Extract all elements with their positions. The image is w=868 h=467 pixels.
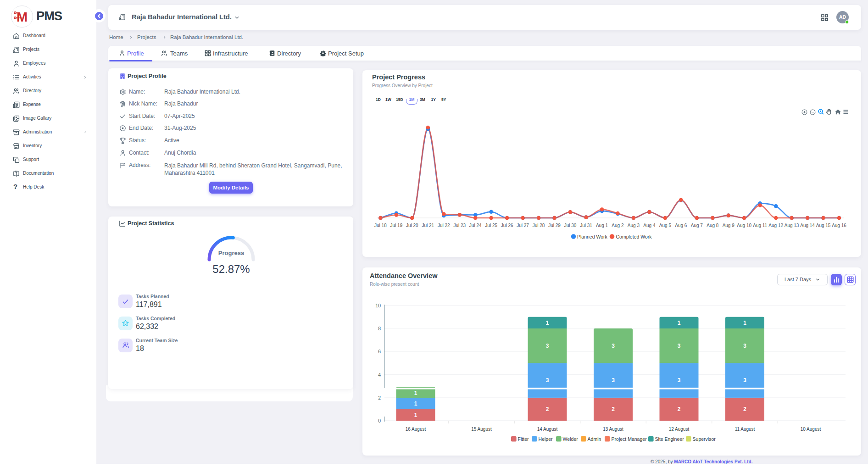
- svg-text:8: 8: [378, 326, 381, 331]
- svg-text:Jul 22: Jul 22: [438, 223, 450, 228]
- svg-text:Aug 16: Aug 16: [832, 223, 846, 228]
- svg-text:Aug 12: Aug 12: [768, 223, 783, 228]
- svg-text:2: 2: [743, 406, 746, 412]
- svg-text:1: 1: [678, 320, 681, 326]
- svg-text:3: 3: [546, 343, 549, 349]
- svg-text:13 August: 13 August: [603, 427, 623, 432]
- svg-text:1: 1: [414, 412, 417, 418]
- svg-text:Jul 18: Jul 18: [374, 223, 387, 228]
- svg-text:Aug 9: Aug 9: [723, 223, 735, 228]
- svg-text:3: 3: [612, 377, 615, 384]
- svg-text:2: 2: [546, 406, 549, 412]
- svg-text:3: 3: [678, 377, 681, 384]
- svg-text:Aug 13: Aug 13: [785, 223, 799, 228]
- svg-text:Aug 4: Aug 4: [643, 223, 656, 228]
- svg-text:Aug 11: Aug 11: [753, 223, 767, 228]
- svg-text:Jul 19: Jul 19: [390, 223, 403, 228]
- svg-text:Aug 14: Aug 14: [800, 223, 815, 228]
- svg-text:2: 2: [612, 406, 615, 412]
- svg-text:Aug 7: Aug 7: [691, 223, 703, 228]
- svg-text:Jul 28: Jul 28: [533, 223, 545, 228]
- svg-text:Aug 10: Aug 10: [737, 223, 751, 228]
- svg-text:Jul 27: Jul 27: [517, 223, 529, 228]
- svg-text:1: 1: [414, 390, 417, 396]
- svg-text:11 August: 11 August: [735, 427, 755, 432]
- svg-text:3: 3: [612, 343, 615, 349]
- svg-text:2: 2: [378, 395, 381, 400]
- svg-text:Jul 21: Jul 21: [422, 223, 434, 228]
- svg-text:Jul 30: Jul 30: [564, 223, 577, 228]
- svg-text:Aug 2: Aug 2: [612, 223, 624, 228]
- svg-text:16 August: 16 August: [406, 427, 426, 432]
- svg-text:14 August: 14 August: [537, 427, 558, 432]
- svg-text:10 August: 10 August: [801, 427, 821, 432]
- svg-text:3: 3: [743, 377, 746, 384]
- svg-text:0: 0: [378, 418, 381, 423]
- svg-text:Jul 25: Jul 25: [485, 223, 497, 228]
- svg-text:3: 3: [678, 343, 681, 349]
- svg-text:3: 3: [546, 377, 549, 384]
- svg-text:Project Manager: Project Manager: [612, 436, 647, 442]
- svg-text:Jul 24: Jul 24: [469, 223, 482, 228]
- svg-text:Admin: Admin: [588, 436, 601, 442]
- svg-text:15 August: 15 August: [471, 427, 492, 432]
- svg-text:Aug 6: Aug 6: [675, 223, 687, 228]
- svg-text:Aug 1: Aug 1: [596, 223, 608, 228]
- svg-text:6: 6: [378, 349, 381, 354]
- svg-text:Welder: Welder: [563, 436, 579, 442]
- svg-text:Site Engineer: Site Engineer: [655, 436, 684, 442]
- svg-text:1: 1: [414, 400, 417, 407]
- svg-text:Jul 26: Jul 26: [501, 223, 513, 228]
- svg-text:Completed Work: Completed Work: [616, 234, 652, 239]
- svg-text:10: 10: [375, 303, 381, 308]
- svg-text:1: 1: [743, 320, 746, 326]
- svg-text:Supervisor: Supervisor: [693, 436, 716, 442]
- svg-text:Jul 23: Jul 23: [453, 223, 466, 228]
- svg-text:Aug 8: Aug 8: [707, 223, 719, 228]
- svg-text:Aug 3: Aug 3: [628, 223, 640, 228]
- svg-text:Planned Work: Planned Work: [577, 234, 608, 239]
- svg-text:Jul 29: Jul 29: [548, 223, 561, 228]
- svg-text:Jul 31: Jul 31: [580, 223, 592, 228]
- svg-text:1: 1: [546, 320, 549, 326]
- svg-text:12 August: 12 August: [669, 427, 690, 432]
- svg-text:Fitter: Fitter: [518, 436, 529, 442]
- svg-text:Jul 20: Jul 20: [406, 223, 418, 228]
- svg-text:Aug 15: Aug 15: [816, 223, 831, 228]
- svg-text:2: 2: [678, 406, 681, 412]
- svg-text:M: M: [17, 10, 27, 23]
- svg-text:Helper: Helper: [539, 436, 553, 442]
- svg-text:Aug 5: Aug 5: [659, 223, 672, 228]
- svg-text:4: 4: [378, 372, 381, 378]
- svg-text:3: 3: [743, 343, 746, 349]
